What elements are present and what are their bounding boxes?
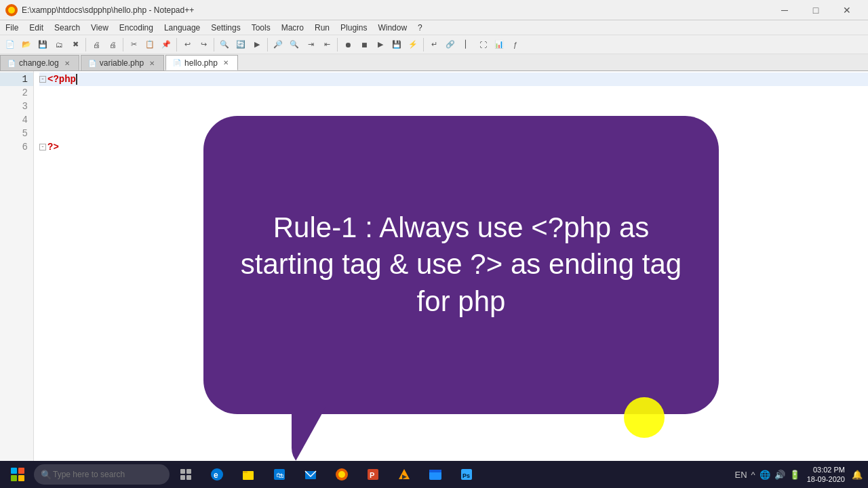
- tab-hello-icon: 📄: [173, 59, 181, 66]
- fullscreen-btn[interactable]: ⛶: [475, 37, 490, 52]
- tab-hello-close[interactable]: ✕: [221, 58, 231, 68]
- tab-changelog[interactable]: 📄 change.log ✕: [0, 55, 79, 70]
- paste-btn[interactable]: 📌: [159, 37, 174, 52]
- sep3: [176, 38, 177, 52]
- tab-hello[interactable]: 📄 hello.php ✕: [165, 55, 238, 70]
- macro-rec-btn[interactable]: ⏺: [340, 37, 355, 52]
- win-logo-q2: [18, 468, 24, 474]
- taskbar-taskview[interactable]: [171, 461, 201, 488]
- cursor-highlight: [624, 397, 665, 438]
- taskbar-store[interactable]: 🛍: [264, 461, 294, 488]
- minimize-button[interactable]: ─: [769, 0, 800, 20]
- svg-rect-4: [180, 475, 185, 480]
- code-area[interactable]: - <?php - ?>: [34, 71, 868, 472]
- findnext-btn[interactable]: ▶: [250, 37, 264, 52]
- system-clock[interactable]: 03:02 PM 18-09-2020: [803, 465, 849, 485]
- sync-btn[interactable]: 🔗: [443, 37, 458, 52]
- macro-play-btn[interactable]: ▶: [373, 37, 388, 52]
- tab-changelog-close[interactable]: ✕: [62, 58, 72, 68]
- tab-variable-icon: 📄: [88, 60, 96, 67]
- taskbar-mail[interactable]: [296, 461, 326, 488]
- maximize-button[interactable]: □: [800, 0, 831, 20]
- text-cursor: [76, 74, 77, 85]
- print-btn[interactable]: 🖨: [89, 37, 104, 52]
- taskbar-powerpoint[interactable]: P: [358, 461, 388, 488]
- zoomout-btn[interactable]: 🔍: [287, 37, 302, 52]
- undo-btn[interactable]: ↩: [180, 37, 195, 52]
- macro-run-btn[interactable]: ⚡: [406, 37, 420, 52]
- taskbar-explorer2[interactable]: [420, 461, 450, 488]
- tabs-bar: 📄 change.log ✕ 📄 variable.php ✕ 📄 hello.…: [0, 54, 868, 71]
- menu-window[interactable]: Window: [372, 20, 412, 35]
- clock-date: 18-09-2020: [807, 474, 845, 484]
- tab-changelog-label: change.log: [19, 58, 59, 68]
- taskbar-edge[interactable]: e: [202, 461, 232, 488]
- menu-help[interactable]: ?: [412, 20, 428, 35]
- line-num-4: 4: [0, 113, 33, 127]
- tab-hello-label: hello.php: [184, 58, 218, 68]
- menu-plugins[interactable]: Plugins: [335, 20, 372, 35]
- menu-run[interactable]: Run: [309, 20, 335, 35]
- close-button[interactable]: ✕: [831, 0, 863, 20]
- taskbar-explorer[interactable]: [233, 461, 263, 488]
- svg-rect-9: [243, 471, 248, 473]
- close-btn[interactable]: ✖: [68, 37, 83, 52]
- cut-btn[interactable]: ✂: [126, 37, 141, 52]
- tab-variable[interactable]: 📄 variable.php ✕: [81, 55, 164, 70]
- sep2: [123, 38, 123, 52]
- unindent-btn[interactable]: ⇤: [319, 37, 334, 52]
- system-tray: EN ^ 🌐 🔊 🔋: [735, 470, 800, 480]
- editor-area[interactable]: 1 2 3 4 5 6 - <?php - ?> Rule-1 : Always…: [0, 71, 868, 472]
- menu-encoding[interactable]: Encoding: [114, 20, 159, 35]
- php-close-tag: ?>: [47, 142, 59, 152]
- svg-text:🛍: 🛍: [276, 471, 284, 479]
- menu-view[interactable]: View: [85, 20, 114, 35]
- macro-save-btn[interactable]: 💾: [389, 37, 404, 52]
- indent-btn[interactable]: ⇥: [303, 37, 318, 52]
- fold-marker-6[interactable]: -: [39, 144, 46, 150]
- taskbar-search-input[interactable]: [34, 464, 170, 485]
- svg-text:Ps: Ps: [462, 472, 470, 479]
- split-btn[interactable]: ⎜: [459, 37, 474, 52]
- mon-btn[interactable]: 📊: [492, 37, 507, 52]
- menu-settings[interactable]: Settings: [205, 20, 245, 35]
- new-btn[interactable]: 📄: [3, 37, 18, 52]
- svg-rect-5: [186, 475, 191, 480]
- line-num-1: 1: [0, 73, 33, 86]
- start-button[interactable]: [3, 461, 33, 488]
- wrap-btn[interactable]: ↵: [427, 37, 441, 52]
- taskbar-firefox[interactable]: [327, 461, 357, 488]
- save-all-btn[interactable]: 🗂: [52, 37, 66, 52]
- fold-marker-1[interactable]: -: [39, 76, 46, 83]
- tab-variable-close[interactable]: ✕: [147, 58, 157, 68]
- svg-point-14: [338, 471, 345, 478]
- menu-macro[interactable]: Macro: [276, 20, 309, 35]
- taskbar: 🔍 e 🛍 P ▶ Ps EN ^ 🌐 🔊 🔋: [0, 461, 868, 488]
- menu-bar: File Edit Search View Encoding Language …: [0, 20, 868, 35]
- menu-file[interactable]: File: [0, 20, 24, 35]
- redo-btn[interactable]: ↪: [196, 37, 211, 52]
- menu-tools[interactable]: Tools: [246, 20, 276, 35]
- tab-variable-label: variable.php: [100, 58, 144, 68]
- save-btn[interactable]: 💾: [35, 37, 50, 52]
- print-now-btn[interactable]: 🖨: [105, 37, 120, 52]
- menu-language[interactable]: Language: [159, 20, 205, 35]
- open-btn[interactable]: 📂: [19, 37, 34, 52]
- window-controls[interactable]: ─ □ ✕: [769, 0, 863, 20]
- line-numbers: 1 2 3 4 5 6: [0, 71, 34, 472]
- zoomin-btn[interactable]: 🔎: [271, 37, 285, 52]
- menu-search[interactable]: Search: [49, 20, 85, 35]
- taskbar-photoshop[interactable]: Ps: [452, 461, 481, 488]
- find-btn[interactable]: 🔍: [217, 37, 232, 52]
- copy-btn[interactable]: 📋: [142, 37, 157, 52]
- macro-stop-btn[interactable]: ⏹: [357, 37, 372, 52]
- taskbar-vlc[interactable]: ▶: [389, 461, 419, 488]
- chevron-icon[interactable]: ^: [751, 470, 755, 480]
- notification-icon[interactable]: 🔔: [852, 470, 863, 480]
- menu-edit[interactable]: Edit: [24, 20, 49, 35]
- func-btn[interactable]: ƒ: [508, 37, 523, 52]
- volume-icon: 🔊: [774, 470, 785, 480]
- win-logo-q1: [11, 468, 17, 474]
- win-logo-q3: [11, 475, 17, 481]
- replace-btn[interactable]: 🔄: [233, 37, 248, 52]
